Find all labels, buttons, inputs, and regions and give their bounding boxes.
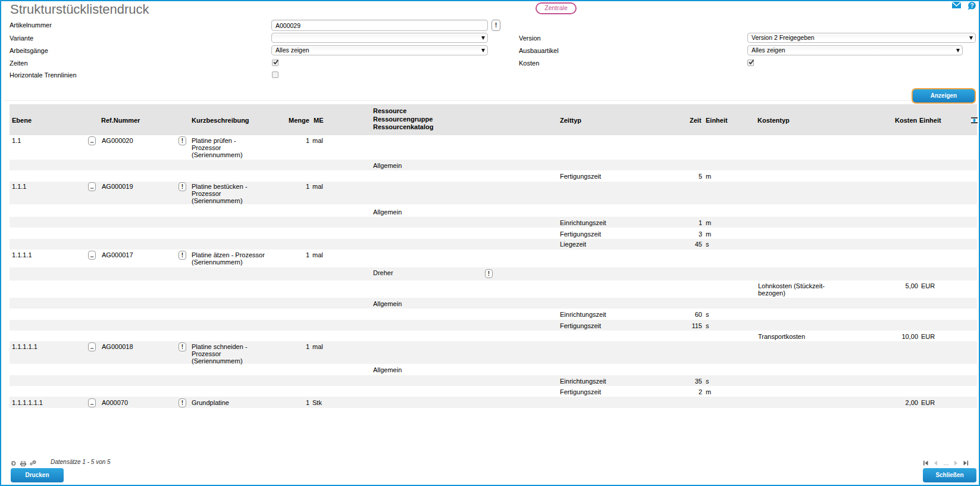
- svg-text:?: ?: [970, 2, 973, 9]
